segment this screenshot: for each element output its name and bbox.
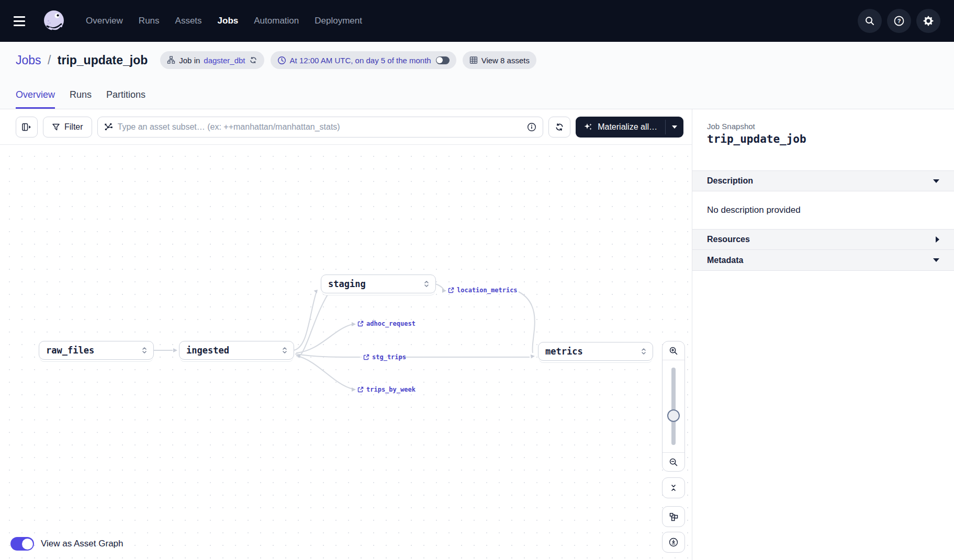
tab-overview[interactable]: Overview [16,89,55,109]
sparkles-icon [583,122,593,132]
section-label: Resources [707,235,750,244]
external-asset-trips-by-week[interactable]: trips_by_week [357,386,416,393]
chevron-down-icon [672,125,677,129]
external-link-icon [357,386,364,393]
download-image-button[interactable] [662,532,685,553]
unfold-more-icon[interactable] [640,347,647,356]
section-resources[interactable]: Resources [692,229,954,250]
view-assets-badge[interactable]: View 8 assets [463,51,536,69]
group-node-label: ingested [186,345,229,356]
group-node-metrics[interactable]: metrics [538,342,653,361]
nav-jobs[interactable]: Jobs [218,16,239,26]
breadcrumb-jobs-link[interactable]: Jobs [16,53,41,67]
asset-graph-toggle-label: View as Asset Graph [41,539,124,549]
schedule-label: At 12:00 AM UTC, on day 5 of the month [290,56,431,65]
breadcrumb-separator: / [48,53,51,67]
search-input[interactable] [118,122,523,132]
tab-bar: Overview Runs Partitions [16,89,145,109]
asset-grid-icon [469,56,478,64]
zoom-in-icon [669,346,678,356]
external-asset-label: stg_trips [372,353,406,361]
materialize-dropdown-button[interactable] [666,117,683,138]
unfold-more-icon[interactable] [423,280,430,288]
external-asset-stg-trips[interactable]: stg_trips [363,353,406,361]
external-asset-adhoc-request[interactable]: adhoc_request [357,320,416,327]
help-icon[interactable]: ? [887,9,911,33]
graph-toolbar: Filter Materialize all… [0,109,692,145]
refresh-icon [555,122,564,132]
group-node-staging[interactable]: staging [321,275,436,293]
primary-nav: Overview Runs Assets Jobs Automation Dep… [86,16,362,26]
code-location-prefix: Job in [179,56,200,65]
schedule-toggle[interactable] [436,56,450,64]
download-icon [669,538,678,547]
external-link-icon [357,321,364,327]
zoom-out-icon [669,458,678,467]
group-node-label: raw_files [46,345,94,356]
section-description[interactable]: Description [692,170,954,191]
section-label: Description [707,176,753,186]
graph-layout-icon [669,512,678,521]
page-header: Jobs / trip_update_job Job in dagster_db… [0,42,954,109]
tab-runs[interactable]: Runs [70,89,92,109]
breadcrumb: Jobs / trip_update_job [16,53,148,67]
nav-deployment[interactable]: Deployment [315,16,362,26]
external-asset-label: adhoc_request [366,320,416,327]
snapshot-label: Job Snapshot [707,122,939,131]
view-assets-label: View 8 assets [481,56,530,65]
external-asset-location-metrics[interactable]: location_metrics [448,287,518,294]
nav-overview[interactable]: Overview [86,16,123,26]
materialize-all-button[interactable]: Materialize all… [576,117,683,138]
asset-subset-search[interactable] [97,117,544,138]
external-asset-label: trips_by_week [366,386,416,393]
section-label: Metadata [707,256,743,265]
schedule-badge[interactable]: At 12:00 AM UTC, on day 5 of the month [271,51,456,69]
zoom-in-button[interactable] [663,341,684,360]
external-link-icon [448,287,454,293]
code-location-badge[interactable]: Job in dagster_dbt [160,51,264,69]
tab-partitions[interactable]: Partitions [106,89,145,109]
menu-icon[interactable] [14,10,35,31]
zoom-slider-track[interactable] [671,368,676,445]
zoom-slider[interactable] [663,360,684,452]
description-content: No description provided [692,191,954,229]
org-chart-icon [167,56,175,64]
reload-icon[interactable] [249,56,257,64]
expand-panel-button[interactable] [16,117,38,138]
unfold-more-icon[interactable] [281,346,288,355]
nav-automation[interactable]: Automation [254,16,299,26]
settings-gear-icon[interactable] [916,9,940,33]
zoom-control [662,341,685,472]
nav-runs[interactable]: Runs [139,16,160,26]
filter-funnel-icon [52,123,60,131]
op-selector-icon [104,122,113,131]
zoom-slider-thumb[interactable] [667,409,680,422]
svg-text:?: ? [897,18,901,24]
code-location-link[interactable]: dagster_dbt [204,56,245,65]
view-as-asset-graph: View as Asset Graph [10,537,124,551]
external-link-icon [363,354,369,360]
panel-expand-icon [22,123,31,131]
nav-assets[interactable]: Assets [175,16,202,26]
refresh-button[interactable] [548,117,570,138]
collapse-all-button[interactable] [662,477,685,498]
relayout-button[interactable] [662,506,685,527]
chevron-down-icon [933,258,939,262]
unfold-more-icon[interactable] [141,346,148,355]
zoom-out-button[interactable] [663,452,684,471]
group-node-label: staging [328,279,366,289]
dagster-logo-icon[interactable] [42,8,67,33]
group-node-ingested[interactable]: ingested [179,341,294,360]
external-asset-label: location_metrics [457,287,518,294]
info-icon[interactable] [527,122,536,132]
search-icon[interactable] [858,9,882,33]
asset-graph-canvas[interactable]: staging raw_files ingested metrics locat… [0,145,692,560]
asset-graph-toggle[interactable] [10,537,34,551]
chevron-right-icon [936,236,939,243]
section-metadata[interactable]: Metadata [692,250,954,271]
collapse-icon [670,484,677,492]
filter-button[interactable]: Filter [43,117,92,138]
top-nav: Overview Runs Assets Jobs Automation Dep… [0,0,954,42]
group-node-raw-files[interactable]: raw_files [39,341,154,360]
job-snapshot-panel: Job Snapshot trip_update_job Description… [692,109,954,560]
